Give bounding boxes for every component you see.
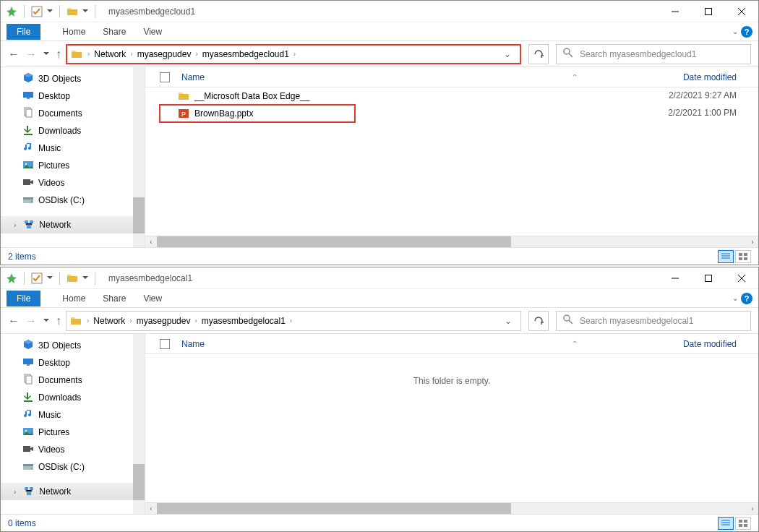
nav-item-desktop[interactable]: Desktop [1, 87, 145, 105]
chevron-right-icon[interactable]: › [129, 317, 132, 325]
titlebar-dropdown-icon[interactable] [82, 273, 89, 283]
breadcrumb-item[interactable]: Network [94, 49, 126, 59]
nav-item-music[interactable]: Music [1, 140, 145, 157]
nav-item-disk[interactable]: OSDisk (C:) [1, 192, 145, 209]
nav-item-documents[interactable]: Documents [1, 372, 145, 389]
column-name[interactable]: Name [181, 339, 205, 349]
forward-button[interactable]: → [25, 48, 37, 61]
chevron-right-icon[interactable]: › [87, 50, 90, 58]
breadcrumb-item[interactable]: myasesmbedgecloud1 [202, 49, 289, 59]
forward-button[interactable]: → [25, 314, 37, 327]
properties-icon[interactable] [30, 5, 43, 18]
history-dropdown-icon[interactable] [43, 316, 50, 326]
horizontal-scrollbar[interactable]: ‹ › [145, 502, 758, 514]
nav-item-pictures[interactable]: Pictures [1, 157, 145, 174]
pin-icon[interactable] [5, 5, 18, 18]
nav-item-disk[interactable]: OSDisk (C:) [1, 458, 145, 476]
chevron-right-icon[interactable]: › [195, 50, 197, 58]
back-button[interactable]: ← [8, 48, 20, 61]
search-input[interactable]: Search myasesmbedgecloud1 [556, 44, 751, 64]
breadcrumb-dropdown-icon[interactable]: ⌄ [498, 49, 517, 59]
close-button[interactable] [725, 1, 758, 22]
maximize-button[interactable] [692, 1, 725, 22]
refresh-button[interactable] [528, 44, 549, 64]
up-button[interactable]: ↑ [56, 314, 61, 327]
select-all-checkbox[interactable] [160, 72, 170, 82]
file-row[interactable]: __Microsoft Data Box Edge__ [145, 87, 758, 105]
history-dropdown-icon[interactable] [43, 49, 50, 59]
file-tab[interactable]: File [7, 24, 40, 40]
nav-item-downloads[interactable]: Downloads [1, 122, 145, 140]
scrollbar-thumb[interactable] [133, 464, 145, 500]
scrollbar-thumb[interactable] [157, 503, 511, 515]
chevron-right-icon[interactable]: › [14, 488, 16, 496]
scroll-left-icon[interactable]: ‹ [145, 505, 157, 512]
file-tab[interactable]: File [7, 291, 40, 306]
tab-share[interactable]: Share [103, 27, 126, 37]
scroll-right-icon[interactable]: › [747, 505, 758, 512]
chevron-right-icon[interactable]: › [290, 317, 292, 325]
scroll-left-icon[interactable]: ‹ [145, 238, 157, 246]
chevron-right-icon[interactable]: › [293, 50, 296, 58]
help-icon[interactable]: ? [741, 293, 752, 304]
ribbon-collapse-icon[interactable]: ⌄ [732, 27, 738, 35]
scrollbar-thumb[interactable] [133, 197, 145, 233]
ribbon-collapse-icon[interactable]: ⌄ [732, 294, 738, 302]
refresh-button[interactable] [528, 311, 549, 331]
nav-item-downloads[interactable]: Downloads [1, 389, 145, 406]
minimize-button[interactable] [659, 267, 692, 289]
nav-item-network[interactable]: › Network [1, 216, 145, 233]
nav-item-documents[interactable]: Documents [1, 105, 145, 122]
breadcrumb[interactable]: › Network›myasegpudev›myasesmbedgelocal1… [66, 311, 521, 331]
qat-dropdown-icon[interactable] [46, 7, 53, 17]
nav-item-pictures[interactable]: Pictures [1, 424, 145, 441]
tab-view[interactable]: View [143, 293, 162, 304]
breadcrumb-dropdown-icon[interactable]: ⌄ [499, 316, 518, 326]
minimize-button[interactable] [659, 1, 692, 22]
scroll-right-icon[interactable]: › [747, 238, 758, 246]
breadcrumb[interactable]: › Network›myasegpudev›myasesmbedgecloud1… [66, 44, 521, 64]
tab-home[interactable]: Home [62, 27, 85, 37]
file-list[interactable]: __Microsoft Data Box Edge__ 2/2/2021 9:2… [145, 87, 758, 236]
close-button[interactable] [725, 267, 758, 289]
column-date[interactable]: Date modified [683, 339, 737, 349]
breadcrumb-item[interactable]: myasegpudev [137, 49, 192, 59]
nav-scrollbar[interactable] [133, 334, 145, 514]
nav-item-desktop[interactable]: Desktop [1, 354, 145, 372]
properties-icon[interactable] [30, 272, 43, 285]
file-list[interactable]: This folder is empty. [145, 354, 758, 502]
column-date[interactable]: Date modified [683, 72, 737, 82]
nav-scrollbar[interactable] [133, 67, 145, 247]
maximize-button[interactable] [692, 267, 725, 289]
nav-item-3d[interactable]: 3D Objects [1, 337, 145, 354]
chevron-right-icon[interactable]: › [130, 50, 132, 58]
tab-share[interactable]: Share [103, 293, 126, 304]
up-button[interactable]: ↑ [56, 48, 61, 61]
titlebar-dropdown-icon[interactable] [82, 7, 89, 17]
select-all-checkbox[interactable] [160, 339, 170, 349]
nav-item-videos[interactable]: Videos [1, 174, 145, 192]
scrollbar-thumb[interactable] [157, 236, 511, 248]
details-view-button[interactable] [718, 517, 734, 530]
tab-home[interactable]: Home [62, 293, 85, 304]
chevron-right-icon[interactable]: › [87, 317, 89, 325]
breadcrumb-item[interactable]: Network [93, 316, 125, 326]
nav-item-network[interactable]: › Network [1, 483, 145, 500]
chevron-right-icon[interactable]: › [194, 317, 197, 325]
details-view-button[interactable] [718, 250, 734, 263]
nav-item-videos[interactable]: Videos [1, 441, 145, 458]
qat-dropdown-icon[interactable] [46, 273, 53, 283]
horizontal-scrollbar[interactable]: ‹ › [145, 236, 758, 247]
pin-icon[interactable] [5, 272, 18, 285]
back-button[interactable]: ← [8, 314, 20, 327]
nav-item-music[interactable]: Music [1, 406, 145, 424]
file-row[interactable]: P BrownBag.pptx [160, 105, 355, 122]
nav-item-3d[interactable]: 3D Objects [1, 70, 145, 87]
breadcrumb-item[interactable]: myasegpudev [137, 316, 191, 326]
search-input[interactable]: Search myasesmbedgelocal1 [556, 311, 751, 331]
chevron-right-icon[interactable]: › [14, 221, 16, 229]
tab-view[interactable]: View [143, 27, 162, 37]
column-name[interactable]: Name [181, 72, 205, 82]
breadcrumb-item[interactable]: myasesmbedgelocal1 [202, 316, 286, 326]
icons-view-button[interactable] [735, 250, 751, 263]
